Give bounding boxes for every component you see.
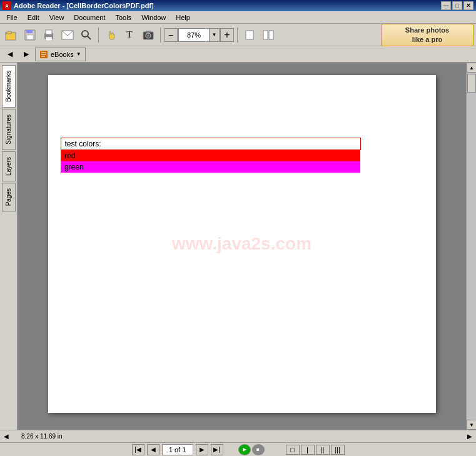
fullscreen-button[interactable]: □: [286, 445, 300, 455]
status-scroll-right: ▶: [467, 433, 472, 440]
menu-view[interactable]: View: [46, 13, 68, 22]
save-button[interactable]: [21, 26, 39, 44]
pdf-content: test colors: red green: [61, 138, 423, 173]
menu-help[interactable]: Help: [172, 13, 194, 22]
menu-file[interactable]: File: [3, 13, 21, 22]
view-option1-button[interactable]: |: [301, 445, 315, 455]
svg-point-13: [147, 34, 149, 37]
menu-edit[interactable]: Edit: [24, 13, 43, 22]
secondary-toolbar: ◀ ▶ eBooks ▼: [0, 46, 476, 63]
red-cell: red: [61, 150, 360, 162]
last-page-button[interactable]: ▶|: [211, 444, 223, 455]
svg-line-10: [88, 36, 91, 39]
status-bar: ◀ 8.26 x 11.69 in ▶: [0, 430, 476, 442]
navigation-bar: |◀ ◀ ▶ ▶| ▶ ■ □ | || |||: [0, 442, 476, 456]
first-page-button[interactable]: |◀: [132, 444, 144, 455]
menu-window[interactable]: Window: [138, 13, 170, 22]
open-button[interactable]: [3, 26, 20, 44]
snapshot-button[interactable]: [139, 26, 157, 44]
window-maximize-button[interactable]: □: [452, 1, 462, 10]
watermark: www.java2s.com: [172, 234, 311, 254]
zoom-control: − ▼ +: [164, 28, 234, 42]
separator-1: [98, 28, 99, 43]
print-button[interactable]: [40, 26, 58, 44]
svg-rect-14: [146, 31, 151, 33]
hand-tool-button[interactable]: [102, 26, 119, 44]
title-bar-left: A Adobe Reader - [CellBorderColorsPDF.pd…: [3, 1, 154, 10]
share-photos-line2: like a pro: [405, 35, 449, 44]
svg-point-9: [82, 31, 88, 37]
search-button[interactable]: [78, 26, 95, 44]
table-row: test colors:: [61, 138, 360, 150]
svg-rect-17: [269, 31, 273, 39]
title-bar: A Adobe Reader - [CellBorderColorsPDF.pd…: [0, 0, 476, 11]
separator-2: [160, 28, 161, 43]
svg-rect-15: [246, 31, 253, 39]
main-toolbar: T − ▼ + Share photos like a pro: [0, 24, 476, 46]
play-button[interactable]: ▶: [238, 444, 251, 455]
menu-bar: File Edit View Document Tools Window Hel…: [0, 11, 476, 24]
svg-rect-4: [27, 35, 33, 39]
scroll-thumb[interactable]: [467, 74, 476, 93]
vertical-scrollbar[interactable]: ▲ ▼: [466, 63, 476, 430]
color-table: test colors: red green: [61, 138, 361, 173]
status-icon: ◀: [4, 433, 16, 440]
svg-rect-3: [26, 30, 33, 33]
scroll-up-button[interactable]: ▲: [467, 63, 476, 73]
scroll-track[interactable]: [467, 73, 476, 420]
menu-tools[interactable]: Tools: [112, 13, 136, 22]
zoom-minus-button[interactable]: −: [164, 28, 178, 42]
table-row: green: [61, 161, 360, 173]
window-close-button[interactable]: ✕: [463, 1, 473, 10]
view-buttons: □ | || |||: [286, 445, 345, 455]
window-title: Adobe Reader - [CellBorderColorsPDF.pdf]: [14, 2, 154, 9]
zoom-input[interactable]: [178, 28, 210, 42]
ebooks-dropdown-arrow: ▼: [76, 51, 81, 57]
ebooks-button[interactable]: eBooks ▼: [35, 48, 86, 61]
playback-controls: ▶ ■: [238, 444, 265, 455]
svg-rect-6: [46, 30, 52, 34]
separator-3: [237, 28, 238, 43]
bookmarks-tab[interactable]: Bookmarks: [2, 65, 16, 108]
page-number-input[interactable]: [162, 444, 193, 455]
table-row: red: [61, 150, 360, 162]
back-button[interactable]: ◀: [3, 48, 18, 61]
next-page-button[interactable]: ▶: [196, 444, 208, 455]
app-icon: A: [3, 1, 11, 10]
layers-tab[interactable]: Layers: [2, 151, 16, 181]
page-dimensions: 8.26 x 11.69 in: [21, 433, 462, 440]
svg-rect-16: [263, 31, 268, 39]
pages-tab[interactable]: Pages: [2, 183, 16, 211]
menu-document[interactable]: Document: [70, 13, 109, 22]
forward-button[interactable]: ▶: [19, 48, 34, 61]
header-cell: test colors:: [61, 138, 360, 150]
view-option2-button[interactable]: ||: [316, 445, 330, 455]
page-view-button[interactable]: [241, 26, 258, 44]
view-option3-button[interactable]: |||: [331, 445, 345, 455]
two-page-button[interactable]: [260, 26, 277, 44]
signatures-tab[interactable]: Signatures: [2, 109, 16, 150]
zoom-plus-button[interactable]: +: [220, 28, 234, 42]
window-minimize-button[interactable]: —: [441, 1, 451, 10]
text-tool-button[interactable]: T: [121, 26, 138, 44]
green-cell: green: [61, 161, 360, 173]
svg-marker-1: [6, 31, 11, 34]
ebooks-label: eBooks: [51, 51, 74, 58]
scroll-down-button[interactable]: ▼: [467, 420, 476, 430]
stop-button[interactable]: ■: [252, 444, 265, 455]
pdf-page: www.java2s.com test colors: red green: [48, 75, 436, 413]
share-photos-banner[interactable]: Share photos like a pro: [381, 24, 473, 46]
email-button[interactable]: [59, 26, 76, 44]
share-photos-line1: Share photos: [405, 26, 449, 34]
prev-page-button[interactable]: ◀: [147, 444, 160, 455]
left-panel: Bookmarks Signatures Layers Pages: [0, 63, 18, 430]
zoom-dropdown-button[interactable]: ▼: [210, 28, 220, 42]
document-view[interactable]: www.java2s.com test colors: red green: [18, 63, 466, 430]
title-bar-controls: — □ ✕: [441, 1, 473, 10]
svg-rect-7: [46, 37, 52, 41]
main-area: Bookmarks Signatures Layers Pages www.ja…: [0, 63, 476, 430]
